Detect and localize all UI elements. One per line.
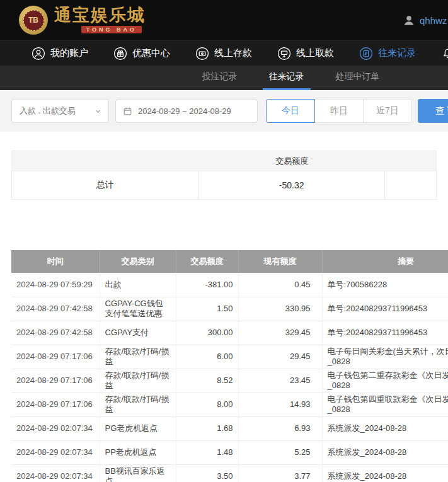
- cell-type: 存款/取款/打码/损益: [100, 369, 176, 393]
- column-header: 摘要: [322, 250, 448, 273]
- nav-item[interactable]: 优惠中心: [101, 41, 183, 66]
- cell-amount: 1.48: [176, 440, 238, 464]
- caret-down-icon: [94, 107, 102, 115]
- table-row: 2024-08-29 07:17:06存款/取款/打码/损益8.5223.45电…: [11, 369, 448, 393]
- cell-balance: 0.45: [238, 273, 322, 297]
- cell-amount: 1.68: [176, 416, 238, 440]
- cell-summary: 单号:202408293711996453: [322, 321, 448, 345]
- records-table: 时间交易类别交易额度现有额度摘要 2024-08-29 07:59:29出款-3…: [11, 250, 448, 482]
- subtab[interactable]: 往来记录: [263, 66, 311, 90]
- summary-header-empty: [385, 151, 436, 171]
- column-header: 交易类别: [100, 250, 176, 273]
- subtab[interactable]: 处理中订单: [330, 66, 386, 90]
- cell-amount: 3.50: [176, 464, 238, 482]
- main-nav: 我的账户优惠中心线上存款线上取款往来记录公告: [0, 40, 448, 66]
- page: TB 通宝娱乐城 TONG BAO qhhwz 我的账户优惠中心线上存款线上取款…: [0, 0, 448, 482]
- filter-bar: 入款 . 出款交易 2024-08-29 ~ 2024-08-29 今日昨日近7…: [0, 90, 448, 132]
- subtab-bar: 投注记录往来记录处理中订单: [0, 66, 448, 90]
- user-icon: [402, 13, 416, 27]
- summary-header-empty: [12, 151, 198, 171]
- nav-label: 往来记录: [378, 47, 416, 59]
- table-row: 2024-08-29 07:59:29出款-381.000.45单号:70058…: [11, 273, 448, 297]
- cell-amount: 300.00: [176, 321, 238, 345]
- nav-label: 我的账户: [50, 47, 88, 59]
- column-header: 现有额度: [238, 250, 322, 273]
- cell-amount: 8.52: [176, 369, 238, 393]
- summary-total-value: -50.32: [198, 171, 385, 199]
- cell-balance: 6.93: [238, 416, 322, 440]
- quick-range-button[interactable]: 今日: [266, 99, 315, 123]
- table-row: 2024-08-29 07:42:58CGPAY-CG钱包支付笔笔送优惠1.50…: [11, 297, 448, 321]
- cell-summary: 电子每日闯关彩金(当天累计，次日派发) _0828: [322, 345, 448, 369]
- deposit-icon: [195, 47, 209, 60]
- nav-item[interactable]: 公告: [428, 41, 448, 66]
- quick-range-group: 今日昨日近7日: [266, 99, 412, 123]
- cell-balance: 3.77: [238, 464, 322, 482]
- cell-summary: 电子钱包第四重取款彩金《次日发放》 _0828: [322, 393, 448, 416]
- nav-label: 线上取款: [296, 47, 334, 59]
- calendar-icon: [122, 106, 133, 117]
- cell-type: 存款/取款/打码/损益: [100, 345, 176, 369]
- quick-range-button[interactable]: 近7日: [363, 99, 412, 123]
- transaction-type-value: 入款 . 出款交易: [20, 105, 76, 117]
- cell-time: 2024-08-29 02:07:34: [11, 440, 100, 464]
- cell-time: 2024-08-29 07:59:29: [11, 273, 100, 297]
- cell-summary: 系统派发_2024-08-28: [322, 416, 448, 440]
- summary-total-label: 总计: [12, 171, 198, 199]
- column-header: 交易额度: [176, 250, 238, 273]
- cell-amount: 6.00: [176, 345, 238, 369]
- cell-time: 2024-08-29 02:07:34: [11, 464, 100, 482]
- account-icon: [32, 47, 45, 60]
- cell-balance: 329.45: [238, 321, 322, 345]
- cell-balance: 330.95: [238, 297, 322, 321]
- cell-type: BB视讯百家乐返点: [100, 464, 176, 482]
- date-range-picker[interactable]: 2024-08-29 ~ 2024-08-29: [115, 99, 258, 123]
- cell-type: PG老虎机返点: [100, 416, 176, 440]
- cell-amount: -381.00: [176, 273, 238, 297]
- logo-subtitle-badge: TONG BAO: [81, 26, 142, 33]
- search-button[interactable]: 查询: [418, 99, 448, 123]
- records-table-body: 2024-08-29 07:59:29出款-381.000.45单号:70058…: [11, 273, 448, 482]
- logo-text: 通宝娱乐城 TONG BAO: [54, 7, 146, 33]
- nav-item[interactable]: 线上存款: [183, 41, 265, 66]
- cell-type: CGPAY支付: [100, 321, 176, 345]
- cell-balance: 5.25: [238, 440, 322, 464]
- subtab-list: 投注记录往来记录处理中订单: [196, 66, 386, 90]
- summary-header-label: 交易额度: [198, 151, 385, 171]
- summary-total-row: 总计 -50.32: [12, 171, 436, 199]
- cell-time: 2024-08-29 07:17:06: [11, 393, 100, 416]
- nav-item[interactable]: 往来记录: [347, 41, 428, 66]
- cell-time: 2024-08-29 07:17:06: [11, 345, 100, 369]
- cell-balance: 29.45: [238, 345, 322, 369]
- table-row: 2024-08-29 02:07:34BB视讯百家乐返点3.503.77系统派发…: [11, 464, 448, 482]
- transaction-type-select[interactable]: 入款 . 出款交易: [11, 99, 109, 123]
- subtab[interactable]: 投注记录: [196, 66, 244, 90]
- cell-summary: 单号:202408293711996453: [322, 297, 448, 321]
- promo-icon: [113, 47, 127, 60]
- site-logo[interactable]: TB 通宝娱乐城 TONG BAO: [19, 6, 146, 35]
- user-account[interactable]: qhhwz: [402, 13, 447, 27]
- cell-summary: 系统派发_2024-08-28: [322, 440, 448, 464]
- table-row: 2024-08-29 07:17:06存款/取款/打码/损益8.0014.93电…: [11, 393, 448, 416]
- cell-summary: 电子钱包第二重存款彩金《次日发放》 _0828: [322, 369, 448, 393]
- cell-time: 2024-08-29 07:42:58: [11, 321, 100, 345]
- logo-coin-text: TB: [23, 10, 44, 31]
- cell-balance: 23.45: [238, 369, 322, 393]
- nav-item[interactable]: 线上取款: [265, 41, 347, 66]
- cell-time: 2024-08-29 02:07:34: [11, 416, 100, 440]
- date-range-value: 2024-08-29 ~ 2024-08-29: [138, 106, 231, 116]
- table-row: 2024-08-29 07:17:06存款/取款/打码/损益6.0029.45电…: [11, 345, 448, 369]
- nav-item[interactable]: 我的账户: [19, 41, 101, 66]
- cell-amount: 8.00: [176, 393, 238, 416]
- table-row: 2024-08-29 02:07:34PG老虎机返点1.686.93系统派发_2…: [11, 416, 448, 440]
- cell-type: 存款/取款/打码/损益: [100, 393, 176, 416]
- cell-balance: 14.93: [238, 393, 322, 416]
- quick-range-button[interactable]: 昨日: [314, 99, 364, 123]
- logo-title: 通宝娱乐城: [54, 7, 146, 24]
- summary-total-empty: [385, 171, 436, 199]
- logo-coin-icon: TB: [19, 6, 48, 35]
- table-row: 2024-08-29 07:42:58CGPAY支付300.00329.45单号…: [11, 321, 448, 345]
- records-icon: [359, 47, 373, 60]
- summary-table: 交易额度 总计 -50.32: [11, 151, 437, 200]
- username: qhhwz: [420, 15, 447, 26]
